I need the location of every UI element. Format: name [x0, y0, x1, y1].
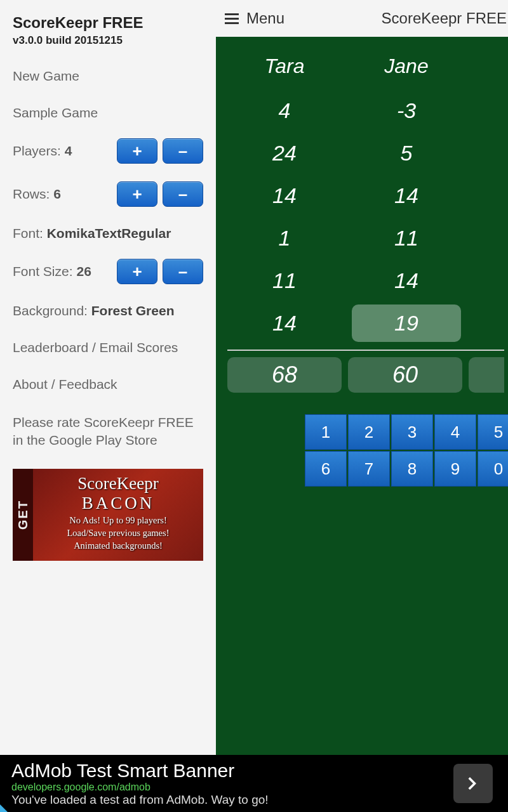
rows-value: 6: [53, 187, 61, 202]
font-setting[interactable]: Font: KomikaTextRegular: [13, 226, 203, 241]
keypad-key-7[interactable]: 7: [348, 451, 390, 487]
ad-title: AdMob Test Smart Banner: [11, 760, 269, 782]
sidebar: ScoreKeepr FREE v3.0.0 build 20151215 Ne…: [0, 0, 216, 755]
keypad-key-4[interactable]: 4: [434, 414, 476, 450]
font-value: KomikaTextRegular: [47, 226, 171, 240]
ad-description: You've loaded a test ad from AdMob. Way …: [11, 793, 269, 807]
font-size-plus-button[interactable]: +: [117, 259, 157, 284]
ad-banner[interactable]: AdMob Test Smart Banner developers.googl…: [0, 755, 508, 812]
about-link[interactable]: About / Feedback: [13, 377, 203, 392]
promo-line3: Animated backgrounds!: [37, 540, 199, 551]
ad-info-icon[interactable]: [0, 804, 8, 812]
background-value: Forest Green: [91, 303, 175, 318]
new-game-link[interactable]: New Game: [13, 69, 203, 84]
player-total: 60: [348, 357, 462, 393]
keypad-key-5[interactable]: 5: [478, 414, 508, 450]
score-cell[interactable]: -3: [347, 89, 466, 132]
rows-minus-button[interactable]: –: [163, 181, 203, 207]
promo-title: ScoreKeepr: [37, 474, 199, 494]
promo-banner[interactable]: GET ScoreKeepr BACON No Ads! Up to 99 pl…: [13, 469, 203, 561]
font-size-label: Font Size:: [13, 264, 73, 279]
score-cell[interactable]: 14: [347, 259, 466, 302]
players-minus-button[interactable]: –: [163, 138, 203, 164]
app-title: ScoreKeepr FREE: [13, 14, 203, 32]
score-cell[interactable]: 14: [347, 174, 466, 217]
rows-setting: Rows: 6 + –: [13, 181, 203, 207]
background-setting[interactable]: Background: Forest Green: [13, 303, 203, 318]
player-total: 68: [227, 357, 342, 393]
player-total: [469, 357, 504, 393]
number-keypad: 1234567890: [305, 414, 508, 487]
rows-label: Rows:: [13, 187, 50, 202]
total-divider: [227, 350, 504, 351]
players-setting: Players: 4 + –: [13, 138, 203, 164]
score-cell[interactable]: 24: [225, 132, 344, 174]
players-value: 4: [65, 143, 72, 159]
rate-link[interactable]: Please rate ScoreKeepr FREE in the Googl…: [13, 414, 203, 450]
player-column: Tara4241411114: [225, 49, 344, 344]
score-cell[interactable]: 14: [225, 302, 344, 344]
menu-icon[interactable]: [225, 13, 239, 24]
keypad-key-8[interactable]: 8: [391, 451, 433, 487]
promo-subtitle: BACON: [37, 494, 199, 513]
score-cell[interactable]: 5: [347, 132, 466, 174]
score-cell[interactable]: 4: [225, 89, 344, 132]
keypad-key-0[interactable]: 0: [478, 451, 508, 487]
player-name[interactable]: Jane: [347, 49, 466, 89]
font-size-minus-button[interactable]: –: [163, 259, 203, 284]
main-header: Menu ScoreKeepr FREE: [216, 0, 508, 37]
keypad-key-6[interactable]: 6: [305, 451, 347, 487]
font-size-setting: Font Size: 26 + –: [13, 259, 203, 284]
rows-plus-button[interactable]: +: [117, 181, 157, 207]
keypad-key-1[interactable]: 1: [305, 414, 347, 450]
score-cell[interactable]: 11: [225, 259, 344, 302]
ad-arrow-button[interactable]: [453, 764, 493, 803]
score-cell[interactable]: 1: [225, 217, 344, 259]
score-cell[interactable]: 19: [352, 304, 461, 342]
main: Menu ScoreKeepr FREE Tara4241411114Jane-…: [216, 0, 508, 755]
promo-line1: No Ads! Up to 99 players!: [37, 514, 199, 526]
keypad-key-3[interactable]: 3: [391, 414, 433, 450]
promo-line2: Load/Save previous games!: [37, 527, 199, 539]
score-board: Tara4241411114Jane-3514111419 6860 12345…: [216, 37, 508, 755]
background-label: Background:: [13, 303, 88, 318]
sample-game-link[interactable]: Sample Game: [13, 105, 203, 121]
header-app-title: ScoreKeepr FREE: [382, 10, 507, 27]
players-label: Players:: [13, 143, 61, 159]
score-cell[interactable]: 14: [225, 174, 344, 217]
menu-label[interactable]: Menu: [246, 10, 284, 27]
ad-url: developers.google.com/admob: [11, 782, 269, 793]
promo-get-label: GET: [13, 469, 33, 561]
player-column: Jane-3514111419: [347, 49, 466, 344]
score-cell[interactable]: 11: [347, 217, 466, 259]
leaderboard-link[interactable]: Leaderboard / Email Scores: [13, 340, 203, 355]
app-version: v3.0.0 build 20151215: [13, 34, 203, 47]
chevron-right-icon: [464, 774, 483, 793]
keypad-key-2[interactable]: 2: [348, 414, 390, 450]
keypad-key-9[interactable]: 9: [434, 451, 476, 487]
font-label: Font:: [13, 226, 43, 240]
players-plus-button[interactable]: +: [117, 138, 157, 164]
player-name[interactable]: Tara: [225, 49, 344, 89]
font-size-value: 26: [77, 264, 91, 279]
